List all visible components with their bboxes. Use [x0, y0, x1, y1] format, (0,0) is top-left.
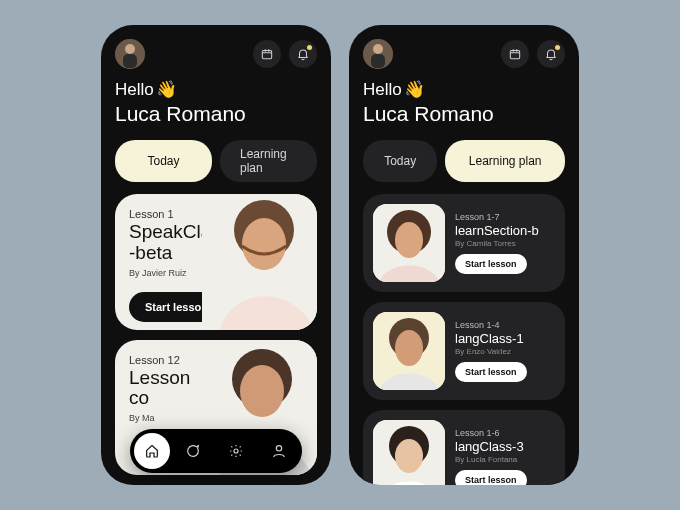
svg-rect-2	[123, 54, 137, 68]
profile-icon	[271, 443, 287, 459]
lesson-kicker: Lesson 1-4	[455, 320, 527, 330]
greeting: Hello👋 Luca Romano	[115, 79, 317, 126]
instructor-thumb	[373, 312, 445, 390]
lesson-row[interactable]: Lesson 1-6 langClass-3 By Lucia Fontana …	[363, 410, 565, 485]
svg-point-11	[276, 446, 281, 451]
topbar	[363, 39, 565, 69]
calendar-icon[interactable]	[253, 40, 281, 68]
view-tabs: Today Learning plan	[115, 140, 317, 182]
user-name: Luca Romano	[115, 102, 317, 126]
bell-icon[interactable]	[537, 40, 565, 68]
lesson-info: Lesson 1-6 langClass-3 By Lucia Fontana …	[455, 420, 527, 485]
phone-today-view: Hello👋 Luca Romano Today Learning plan L…	[101, 25, 331, 485]
lesson-author: By Lucia Fontana	[455, 455, 527, 464]
user-avatar[interactable]	[115, 39, 145, 69]
top-actions	[501, 40, 565, 68]
start-lesson-button[interactable]: Start lesson	[455, 254, 527, 274]
wave-emoji: 👋	[156, 79, 177, 100]
lesson-row[interactable]: Lesson 1-4 langClass-1 By Enzo Valdez St…	[363, 302, 565, 400]
svg-point-1	[125, 44, 135, 54]
lesson-author: By Enzo Valdez	[455, 347, 527, 356]
bell-icon[interactable]	[289, 40, 317, 68]
hello-text: Hello	[363, 80, 402, 99]
hello-text: Hello	[115, 80, 154, 99]
tab-today[interactable]: Today	[115, 140, 212, 182]
nav-home[interactable]	[134, 433, 170, 469]
lesson-kicker: Lesson 1-6	[455, 428, 527, 438]
lesson-info: Lesson 1-7 learnSection-b By Camila Torr…	[455, 204, 539, 282]
nav-profile[interactable]	[259, 443, 298, 459]
tab-learning-plan[interactable]: Learning plan	[445, 140, 565, 182]
lesson-author: By Camila Torres	[455, 239, 539, 248]
svg-point-24	[395, 439, 423, 473]
svg-point-6	[242, 218, 286, 270]
notification-dot	[307, 45, 312, 50]
user-name: Luca Romano	[363, 102, 565, 126]
wave-emoji: 👋	[404, 79, 425, 100]
svg-point-18	[395, 222, 423, 258]
tab-today[interactable]: Today	[363, 140, 437, 182]
svg-rect-14	[371, 54, 385, 68]
lesson-title: langClass-3	[455, 439, 527, 454]
view-tabs: Today Learning plan	[363, 140, 565, 182]
nav-settings[interactable]	[217, 443, 256, 459]
home-icon	[144, 443, 160, 459]
chat-icon	[185, 443, 201, 459]
svg-rect-3	[262, 51, 271, 59]
settings-icon	[228, 443, 244, 459]
user-avatar[interactable]	[363, 39, 393, 69]
notification-dot	[555, 45, 560, 50]
tab-learning-plan[interactable]: Learning plan	[220, 140, 317, 182]
instructor-thumb	[373, 204, 445, 282]
lesson-info: Lesson 1-4 langClass-1 By Enzo Valdez St…	[455, 312, 527, 390]
instructor-portrait	[202, 194, 317, 330]
top-actions	[253, 40, 317, 68]
svg-point-21	[395, 330, 423, 366]
lesson-row[interactable]: Lesson 1-7 learnSection-b By Camila Torr…	[363, 194, 565, 292]
calendar-icon[interactable]	[501, 40, 529, 68]
svg-point-10	[234, 449, 238, 453]
instructor-thumb	[373, 420, 445, 485]
svg-point-9	[240, 365, 284, 417]
phone-learning-plan-view: Hello👋 Luca Romano Today Learning plan L…	[349, 25, 579, 485]
greeting: Hello👋 Luca Romano	[363, 79, 565, 126]
bottom-nav	[130, 429, 302, 473]
svg-rect-15	[510, 51, 519, 59]
lesson-title: langClass-1	[455, 331, 527, 346]
nav-chat[interactable]	[174, 443, 213, 459]
topbar	[115, 39, 317, 69]
start-lesson-button[interactable]: Start lesson	[455, 470, 527, 485]
lesson-kicker: Lesson 1-7	[455, 212, 539, 222]
start-lesson-button[interactable]: Start lesson	[455, 362, 527, 382]
lesson-card[interactable]: Lesson 1 SpeakClass -beta By Javier Ruiz…	[115, 194, 317, 330]
lesson-title: learnSection-b	[455, 223, 539, 238]
svg-point-13	[373, 44, 383, 54]
